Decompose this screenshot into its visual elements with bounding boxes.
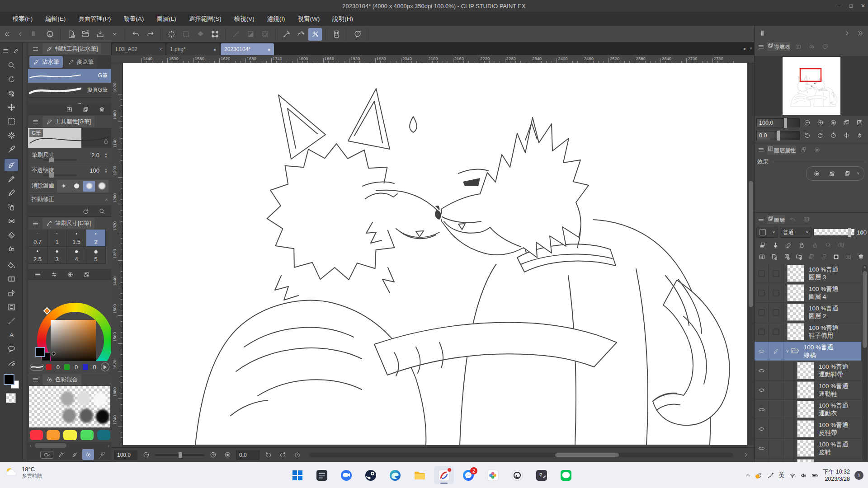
brush-size-stepper[interactable]: ▲▼	[104, 153, 108, 158]
taskbar-app-clip-studio-ask[interactable]: ?	[532, 466, 552, 484]
eyedropper-tool[interactable]	[4, 143, 19, 155]
taskbar-app-line[interactable]	[556, 466, 576, 484]
dock-collapse-button[interactable]	[841, 28, 853, 38]
menu-item-3[interactable]: 動畫(A)	[118, 13, 149, 25]
layer-draw-target-box[interactable]	[769, 322, 783, 342]
opacity-stepper[interactable]: ▲▼	[104, 168, 108, 174]
frame-border-tool[interactable]	[4, 300, 19, 313]
menu-item-7[interactable]: 濾鏡(I)	[262, 13, 291, 25]
layer-draw-target-box[interactable]	[769, 439, 783, 458]
canvas-zoom-out-button[interactable]	[140, 450, 152, 460]
layer-hidden-box[interactable]	[755, 264, 769, 283]
mix-blend-button[interactable]	[82, 449, 94, 460]
selection-tool[interactable]	[4, 115, 19, 127]
eye-icon[interactable]	[758, 348, 765, 355]
reset-defaults-button[interactable]	[80, 206, 91, 216]
notification-count-badge[interactable]: 1	[854, 471, 863, 480]
taskbar-app-start[interactable]	[288, 466, 307, 484]
taskbar-app-edge[interactable]	[385, 466, 405, 484]
battery-icon[interactable]	[811, 472, 818, 479]
subtool-group-tab-1[interactable]: 麥克筆	[64, 56, 98, 68]
stylus-pen-icon[interactable]	[767, 472, 774, 479]
brush-size-option[interactable]: 3	[47, 247, 67, 264]
new-raster-layer-button[interactable]	[769, 251, 780, 262]
quick-access-keypad-button[interactable]	[330, 28, 343, 41]
tab-border-effect[interactable]	[797, 145, 809, 155]
tab-unsaved-dot[interactable]: ●	[213, 47, 216, 52]
document-tab-20230104[interactable]: 20230104*●	[221, 43, 274, 55]
layer-visibility-eye[interactable]	[755, 342, 769, 361]
brush-size-value[interactable]: 2.0	[91, 152, 99, 159]
move-tool[interactable]	[4, 101, 19, 113]
menu-item-6[interactable]: 檢視(V)	[229, 13, 260, 25]
navigator-rotation-field[interactable]: 0.0	[756, 131, 800, 140]
taskbar-app-clip-studio-paint[interactable]	[434, 466, 454, 484]
brush-size-option[interactable]: 1	[47, 230, 67, 247]
tab-navigator[interactable]: 導航器	[767, 42, 790, 51]
opacity[interactable]: 不透明度100▲▼	[28, 163, 111, 178]
collapse-left-button[interactable]	[0, 28, 14, 41]
taskbar-clock[interactable]: 下午 10:322023/3/28	[823, 468, 850, 483]
slider-settings-button[interactable]	[48, 269, 60, 280]
tab-layers[interactable]: 圖層	[767, 215, 785, 224]
ime-language-button[interactable]: 英	[778, 471, 785, 479]
layer-draw-target-box[interactable]	[769, 419, 783, 439]
navigator-menu-button[interactable]	[756, 42, 765, 51]
panel-title-tab[interactable]: 輔助工具[沾水筆]	[42, 43, 101, 54]
mix-swatch-4[interactable]	[97, 430, 110, 440]
menu-item-0[interactable]: 檔案(F)	[7, 13, 38, 25]
navigator-rotate-left-button[interactable]	[801, 130, 813, 141]
toolbar-grip[interactable]	[30, 30, 37, 38]
lock-transparent-pixels-button[interactable]	[809, 239, 821, 250]
mix-brush-button[interactable]	[55, 449, 67, 460]
mix-mode-button[interactable]	[40, 451, 53, 459]
layer-opacity-stepper[interactable]: ▲▼	[860, 230, 863, 235]
layer-thumbnail[interactable]	[797, 420, 814, 437]
mix-scroll-right-icon[interactable]: ›	[108, 443, 109, 448]
airbrush-tool[interactable]	[4, 201, 19, 213]
taskbar-app-messenger[interactable]: 2	[458, 466, 478, 484]
brush-size-option[interactable]: 1.5	[67, 230, 86, 247]
text-tool[interactable]: A	[4, 328, 19, 341]
selection-half-button[interactable]	[244, 28, 257, 41]
blend-mode-select[interactable]: 普通˅	[780, 227, 811, 238]
layer-opacity-slider[interactable]	[813, 229, 855, 236]
clip-studio-logo-button[interactable]	[43, 28, 57, 41]
gradient-tool[interactable]	[4, 272, 19, 285]
layer-draw-target-box[interactable]	[769, 303, 783, 322]
delete-layer-button[interactable]	[855, 251, 867, 262]
mix-eyedropper-button[interactable]	[96, 449, 108, 460]
tray-pen-icon[interactable]	[767, 472, 774, 479]
tab-subview[interactable]	[792, 41, 804, 52]
hamburger-button[interactable]	[32, 269, 43, 280]
eraser-tool[interactable]	[4, 229, 19, 241]
tone-effect-button[interactable]	[826, 168, 838, 179]
canvas-reset-rotation-button[interactable]	[291, 450, 303, 460]
snap-ruler-button[interactable]	[279, 28, 293, 41]
subtool-brush-row[interactable]: 擬真G筆	[28, 83, 111, 98]
layer-draw-target-box[interactable]	[769, 264, 783, 283]
maximize-button[interactable]: □	[849, 3, 853, 9]
right-dock-grip[interactable]	[756, 28, 768, 38]
border-effect-button[interactable]	[811, 168, 823, 179]
document-tab-1png[interactable]: 1.png*●	[166, 43, 220, 55]
save-dropdown-button[interactable]	[108, 28, 121, 41]
dock-collapse-all-button[interactable]	[854, 28, 866, 38]
mix-blur-button[interactable]	[69, 449, 80, 460]
duplicate-button[interactable]	[80, 104, 91, 115]
volume-icon[interactable]	[800, 472, 807, 479]
new-vector-layer-button[interactable]	[781, 251, 793, 262]
rotate-canvas-tool[interactable]	[4, 73, 19, 85]
brush-size-option[interactable]: 5	[86, 247, 106, 264]
pencil-tool[interactable]	[4, 187, 19, 199]
layer-row[interactable]: 100 %普通	[755, 458, 861, 462]
panel-menu-button[interactable]	[31, 375, 40, 384]
layer-row[interactable]: 100 %普通圖層 3	[755, 264, 861, 283]
taskbar-app-clip-studio[interactable]	[507, 466, 527, 484]
new-document-button[interactable]	[64, 28, 78, 41]
eye-icon[interactable]	[758, 426, 765, 432]
zoom-in-icon[interactable]	[210, 451, 217, 458]
taskbar-app-steam[interactable]	[361, 466, 381, 484]
canvas-nav-next-button[interactable]	[740, 450, 751, 460]
stabilize-collapse-icon[interactable]: ˄	[105, 197, 108, 202]
